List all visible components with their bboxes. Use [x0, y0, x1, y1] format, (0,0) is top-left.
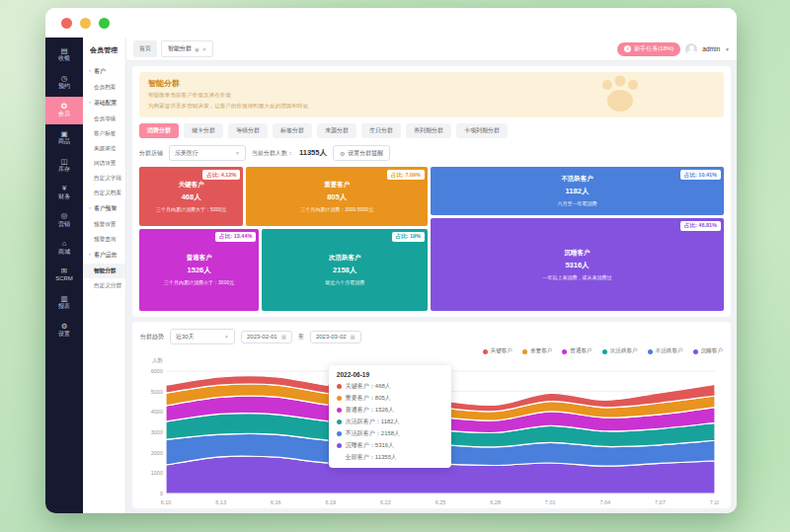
block-count: 805人 — [327, 192, 347, 202]
ratio-badge: 占比: 4.12% — [202, 170, 240, 180]
menu-group-title-4[interactable]: ⌃客户运营 — [83, 247, 125, 264]
store-select[interactable]: 乐美医疗 ▼ — [169, 145, 246, 161]
menu-item[interactable]: 自定义分群 — [83, 278, 125, 293]
menu-group-title-3[interactable]: ⌃客户预警 — [83, 200, 125, 217]
menu-item[interactable]: 预警查询 — [83, 232, 125, 247]
module-item-5[interactable]: ◫库存 — [45, 152, 83, 180]
tooltip-row: 关键客户：468人 — [337, 382, 443, 391]
legend-item-5[interactable]: 不活跃客户 — [648, 347, 683, 355]
tooltip-rows: 关键客户：468人重要客户：805人普通客户：1526人次活跃客户：1182人不… — [337, 382, 443, 462]
legend-item-1[interactable]: 关键客户 — [483, 347, 513, 355]
svg-text:4000: 4000 — [151, 409, 163, 415]
segment-tab-4[interactable]: 标签分群 — [273, 123, 312, 138]
treemap-block-5[interactable]: 占比: 10.41%不活跃客户1182人六月至一年有消费 — [431, 167, 724, 215]
legend-label: 不活跃客户 — [656, 347, 683, 355]
refresh-icon[interactable]: ◉ — [195, 46, 199, 52]
task-progress-pill[interactable]: ✓ 新手任务(18%) — [617, 42, 680, 56]
avatar[interactable] — [685, 43, 697, 55]
segment-tab-8[interactable]: 卡项到期分群 — [456, 123, 508, 138]
ratio-badge: 占比: 7.09% — [387, 170, 425, 180]
menu-group-title-2[interactable]: ⌃基础配置 — [83, 95, 125, 112]
block-name: 重要客户 — [324, 181, 350, 190]
treemap-block-3[interactable]: 占比: 13.44%普通客户1526人三个月内累计消费小于：3000元 — [139, 229, 259, 311]
menu-item[interactable]: 来源渠道 — [83, 141, 125, 156]
chevron-up-icon: ⌃ — [88, 101, 92, 107]
legend-dot — [522, 349, 527, 354]
desktop-background: ▤收银◷预约✪会员▣商品◫库存¥财务◎营销⌂商城✉SCRM▥报表⚙设置 会员管理… — [0, 0, 790, 532]
treemap-row-1: 占比: 4.12%关键客户468人三个月内累计消费大于：5000元占比: 7.0… — [139, 167, 428, 226]
module-item-3[interactable]: ✪会员 — [45, 97, 83, 124]
tooltip-dot — [337, 384, 342, 389]
module-item-4[interactable]: ▣商品 — [45, 124, 83, 152]
segment-tab-3[interactable]: 等级分群 — [228, 123, 268, 138]
close-tab-icon[interactable]: ✕ — [202, 46, 207, 52]
date-from-input[interactable]: 2023-02-01 ▦ — [241, 331, 292, 343]
legend-dot — [483, 349, 488, 354]
block-count: 5316人 — [565, 261, 589, 270]
page-tab-1[interactable]: 首页 — [133, 40, 157, 57]
module-item-6[interactable]: ¥财务 — [45, 179, 83, 206]
menu-item[interactable]: 智能分群 — [83, 264, 125, 278]
treemap-left-column: 占比: 4.12%关键客户468人三个月内累计消费大于：5000元占比: 7.0… — [139, 167, 428, 311]
menu-item[interactable]: 会员档案 — [83, 80, 125, 95]
chevron-down-icon[interactable]: ▼ — [725, 46, 730, 52]
maximize-window-button[interactable] — [99, 18, 110, 29]
member-icon: ✪ — [45, 102, 83, 111]
calendar-icon: ▦ — [281, 334, 286, 340]
module-item-2[interactable]: ◷预约 — [45, 69, 83, 97]
date-to-input[interactable]: 2023-03-02 ▦ — [310, 331, 361, 343]
segment-tab-7[interactable]: 券到期分群 — [406, 123, 451, 138]
window-titlebar — [45, 8, 737, 38]
page-tab-2[interactable]: 智能分群◉✕ — [161, 40, 213, 57]
segment-tab-5[interactable]: 来源分群 — [317, 123, 356, 138]
block-desc: 三个月内累计消费大于：5000元 — [156, 206, 226, 212]
date-to-label: 至 — [298, 333, 304, 342]
legend-item-6[interactable]: 沉睡客户 — [693, 347, 723, 355]
date-range-select[interactable]: 近30天 ▼ — [170, 329, 235, 344]
segment-tab-1[interactable]: 消费分群 — [139, 123, 179, 138]
legend-dot — [562, 349, 567, 354]
task-pill-label: 新手任务(18%) — [634, 44, 673, 53]
menu-item[interactable]: 自定义档案 — [83, 186, 125, 200]
set-group-reminder-button[interactable]: ⚙ 设置分群提醒 — [333, 145, 390, 161]
treemap-block-2[interactable]: 占比: 7.09%重要客户805人三个月内累计消费：3000-5000元 — [246, 167, 428, 226]
menu-item[interactable]: 自定义字段 — [83, 171, 125, 186]
legend-item-4[interactable]: 次活跃客户 — [602, 347, 638, 355]
reminder-button-label: 设置分群提醒 — [348, 149, 383, 158]
tooltip-dot — [337, 419, 342, 424]
block-desc: 三个月内累计消费：3000-5000元 — [300, 206, 373, 212]
tooltip-text: 次活跃客户：1182人 — [346, 418, 400, 426]
treemap-block-6[interactable]: 占比: 46.81%沉睡客户5316人一年以上未消费，或从未消费过 — [431, 218, 724, 311]
close-window-button[interactable] — [61, 18, 72, 29]
tooltip-text: 关键客户：468人 — [346, 382, 391, 391]
module-item-7[interactable]: ◎营销 — [45, 206, 83, 234]
module-item-8[interactable]: ⌂商城 — [45, 234, 83, 262]
menu-item[interactable]: 客户标签 — [83, 126, 125, 141]
minimize-window-button[interactable] — [80, 18, 91, 29]
cashier-icon: ▤ — [45, 46, 83, 55]
module-item-10[interactable]: ▥报表 — [45, 289, 83, 317]
menu-item[interactable]: 预警设置 — [83, 217, 125, 232]
segment-tab-6[interactable]: 生日分群 — [361, 123, 401, 138]
module-item-9[interactable]: ✉SCRM — [45, 262, 83, 289]
segment-filter-row: 分群店铺 乐美医疗 ▼ 当前分群人数： 11355人 ⚙ 设置分群提醒 — [139, 145, 724, 161]
module-item-11[interactable]: ⚙设置 — [45, 317, 83, 344]
menu-item[interactable]: 会员等级 — [83, 112, 125, 126]
tooltip-row: 重要客户：805人 — [337, 394, 443, 403]
svg-text:1000: 1000 — [151, 470, 163, 476]
treemap-row-2: 占比: 13.44%普通客户1526人三个月内累计消费小于：3000元占比: 1… — [139, 229, 428, 311]
chevron-down-icon: ▼ — [224, 334, 229, 340]
menu-group-title-1[interactable]: ⌃客户 — [83, 63, 125, 80]
legend-label: 重要客户 — [530, 347, 552, 355]
treemap-block-4[interactable]: 占比: 19%次活跃客户2158人最近六个月有消费 — [262, 229, 428, 311]
inventory-icon: ◫ — [45, 157, 83, 166]
legend-item-2[interactable]: 重要客户 — [522, 347, 552, 355]
legend-item-3[interactable]: 普通客户 — [562, 347, 592, 355]
segment-tab-2[interactable]: 储卡分群 — [184, 123, 223, 138]
trend-chart: 01000200030004000500060006.106.136.166.1… — [140, 365, 723, 504]
treemap-block-1[interactable]: 占比: 4.12%关键客户468人三个月内累计消费大于：5000元 — [139, 167, 243, 226]
module-item-1[interactable]: ▤收银 — [45, 41, 83, 69]
sidebar-title: 会员管理 — [83, 38, 125, 63]
legend-label: 次活跃客户 — [610, 347, 638, 355]
menu-item[interactable]: 回访设置 — [83, 156, 125, 171]
